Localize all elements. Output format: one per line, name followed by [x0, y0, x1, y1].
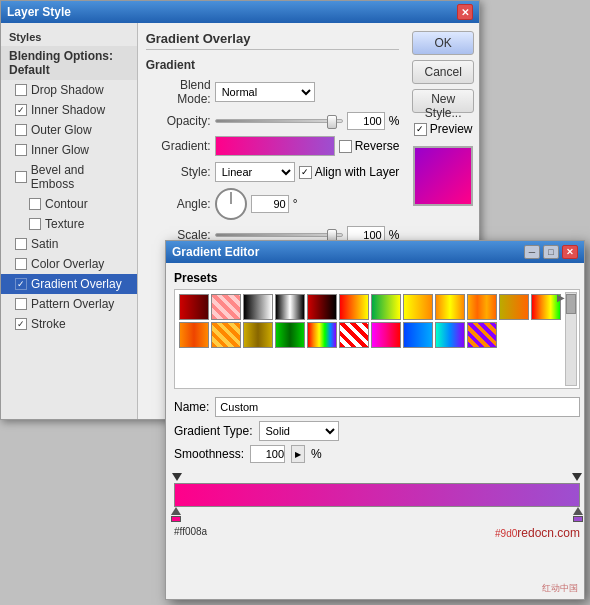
- preset-11[interactable]: [499, 294, 529, 320]
- gradient-type-select[interactable]: Solid: [259, 421, 339, 441]
- minimize-button[interactable]: ─: [524, 245, 540, 259]
- sidebar-item-inner-glow[interactable]: Inner Glow: [1, 140, 137, 160]
- gradient-preview[interactable]: [215, 136, 335, 156]
- reverse-checkbox[interactable]: [339, 140, 352, 153]
- opacity-stop-right[interactable]: [572, 473, 582, 481]
- sidebar-item-drop-shadow[interactable]: Drop Shadow: [1, 80, 137, 100]
- drop-shadow-checkbox[interactable]: [15, 84, 27, 96]
- opacity-slider[interactable]: [215, 119, 343, 123]
- blend-mode-select[interactable]: Normal: [215, 82, 315, 102]
- blend-mode-row: Blend Mode: Normal: [146, 78, 400, 106]
- name-label: Name:: [174, 400, 209, 414]
- texture-checkbox[interactable]: [29, 218, 41, 230]
- preset-13[interactable]: [179, 322, 209, 348]
- name-input[interactable]: [215, 397, 580, 417]
- angle-dial[interactable]: [215, 188, 247, 220]
- preset-1[interactable]: [179, 294, 209, 320]
- preview-label[interactable]: Preview: [412, 122, 474, 136]
- preset-10[interactable]: [467, 294, 497, 320]
- style-select[interactable]: Linear: [215, 162, 295, 182]
- preset-8[interactable]: [403, 294, 433, 320]
- inner-shadow-checkbox[interactable]: ✓: [15, 104, 27, 116]
- close-button[interactable]: ✕: [562, 245, 578, 259]
- gradient-bar-container: [174, 471, 580, 522]
- stroke-checkbox[interactable]: ✓: [15, 318, 27, 330]
- gradient-type-label: Gradient Type:: [174, 424, 253, 438]
- opacity-unit: %: [389, 114, 400, 128]
- sidebar-item-texture[interactable]: Texture: [1, 214, 137, 234]
- align-layer-label[interactable]: Align with Layer: [299, 165, 400, 179]
- sidebar-item-inner-shadow[interactable]: ✓ Inner Shadow: [1, 100, 137, 120]
- gradient-editor-window: Gradient Editor ─ □ ✕ Presets: [165, 240, 585, 600]
- preset-7[interactable]: [371, 294, 401, 320]
- bevel-emboss-checkbox[interactable]: [15, 171, 27, 183]
- align-layer-checkbox[interactable]: [299, 166, 312, 179]
- sidebar-item-color-overlay[interactable]: Color Overlay: [1, 254, 137, 274]
- gradient-editor-titlebar: Gradient Editor ─ □ ✕: [166, 241, 584, 263]
- presets-scrollbar[interactable]: [565, 292, 577, 386]
- presets-scrollbar-thumb: [566, 294, 576, 314]
- smoothness-input[interactable]: [250, 445, 285, 463]
- sidebar-item-stroke[interactable]: ✓ Stroke: [1, 314, 137, 334]
- reverse-label[interactable]: Reverse: [339, 139, 400, 153]
- opacity-stop-left[interactable]: [172, 473, 182, 481]
- smoothness-label: Smoothness:: [174, 447, 244, 461]
- sidebar-item-gradient-overlay[interactable]: ✓ Gradient Overlay: [1, 274, 137, 294]
- preset-14[interactable]: [211, 322, 241, 348]
- preset-20[interactable]: [403, 322, 433, 348]
- inner-glow-checkbox[interactable]: [15, 144, 27, 156]
- presets-label: Presets: [174, 271, 580, 285]
- preview-checkbox[interactable]: [414, 123, 427, 136]
- angle-input[interactable]: [251, 195, 289, 213]
- opacity-label: Opacity:: [146, 114, 211, 128]
- preset-21[interactable]: [435, 322, 465, 348]
- preset-18[interactable]: [339, 322, 369, 348]
- gradient-editor-main: Presets: [166, 263, 588, 599]
- maximize-button[interactable]: □: [543, 245, 559, 259]
- color-stop-right-label: #9d0redocn.com: [495, 526, 580, 540]
- outer-glow-checkbox[interactable]: [15, 124, 27, 136]
- cancel-button[interactable]: Cancel: [412, 60, 474, 84]
- satin-checkbox[interactable]: [15, 238, 27, 250]
- gradient-bar[interactable]: [174, 483, 580, 507]
- sidebar-item-blending-options[interactable]: Blending Options: Default: [1, 46, 137, 80]
- opacity-row: Opacity: %: [146, 112, 400, 130]
- new-style-button[interactable]: New Style...: [412, 89, 474, 113]
- preset-6[interactable]: [339, 294, 369, 320]
- gradient-overlay-checkbox[interactable]: ✓: [15, 278, 27, 290]
- preset-3[interactable]: [243, 294, 273, 320]
- preset-15[interactable]: [243, 322, 273, 348]
- sidebar-item-pattern-overlay[interactable]: Pattern Overlay: [1, 294, 137, 314]
- preset-22[interactable]: [467, 322, 497, 348]
- presets-arrow[interactable]: ▶: [557, 292, 565, 303]
- preset-17[interactable]: [307, 322, 337, 348]
- scale-slider[interactable]: [215, 233, 343, 237]
- color-overlay-checkbox[interactable]: [15, 258, 27, 270]
- pattern-overlay-checkbox[interactable]: [15, 298, 27, 310]
- color-stop-left[interactable]: [171, 507, 181, 522]
- layer-style-close-button[interactable]: ✕: [457, 4, 473, 20]
- ok-button[interactable]: OK: [412, 31, 474, 55]
- sidebar-item-contour[interactable]: Contour: [1, 194, 137, 214]
- sidebar-header: Styles: [1, 28, 137, 46]
- angle-label: Angle:: [146, 197, 211, 211]
- contour-checkbox[interactable]: [29, 198, 41, 210]
- preset-19[interactable]: [371, 322, 401, 348]
- color-stop-right[interactable]: [573, 507, 583, 522]
- presets-section: ▶: [174, 289, 580, 389]
- style-label: Style:: [146, 165, 211, 179]
- watermark: 红动中国: [542, 582, 578, 595]
- preset-9[interactable]: [435, 294, 465, 320]
- subsection-title: Gradient: [146, 58, 400, 72]
- preset-2[interactable]: [211, 294, 241, 320]
- preset-16[interactable]: [275, 322, 305, 348]
- preset-4[interactable]: [275, 294, 305, 320]
- sidebar-item-outer-glow[interactable]: Outer Glow: [1, 120, 137, 140]
- opacity-input[interactable]: [347, 112, 385, 130]
- sidebar-item-satin[interactable]: Satin: [1, 234, 137, 254]
- sidebar-item-bevel-emboss[interactable]: Bevel and Emboss: [1, 160, 137, 194]
- preset-5[interactable]: [307, 294, 337, 320]
- layer-style-titlebar: Layer Style ✕: [1, 1, 479, 23]
- smoothness-arrow[interactable]: ▶: [291, 445, 305, 463]
- gradient-editor-title: Gradient Editor: [172, 245, 259, 259]
